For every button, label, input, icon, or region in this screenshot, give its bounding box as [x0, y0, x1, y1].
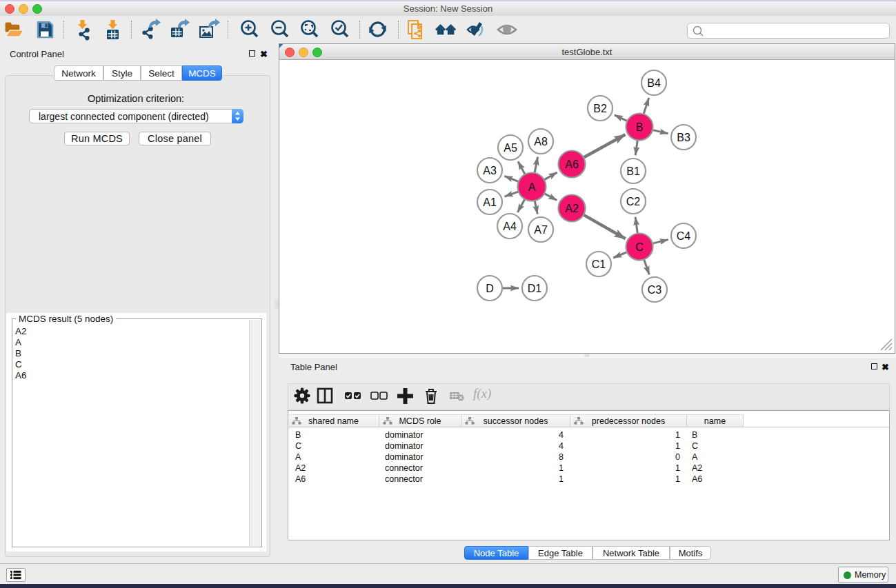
svg-text:A3: A3: [483, 165, 497, 176]
svg-text:A1: A1: [483, 196, 497, 208]
svg-text:B: B: [636, 121, 644, 133]
svg-text:A8: A8: [534, 136, 548, 148]
svg-text:C1: C1: [592, 258, 606, 270]
svg-text:A: A: [528, 181, 536, 193]
svg-text:B1: B1: [626, 165, 640, 177]
svg-text:D1: D1: [528, 283, 542, 294]
svg-text:C4: C4: [677, 230, 691, 242]
svg-text:B3: B3: [677, 132, 690, 143]
svg-text:A6: A6: [565, 159, 579, 170]
svg-text:B2: B2: [593, 103, 607, 114]
svg-text:A2: A2: [565, 203, 579, 214]
svg-text:B4: B4: [647, 77, 661, 89]
svg-text:A5: A5: [504, 142, 517, 154]
svg-text:A4: A4: [503, 221, 517, 232]
svg-text:C: C: [635, 241, 644, 253]
svg-text:C3: C3: [648, 284, 662, 296]
svg-text:A7: A7: [534, 224, 548, 236]
svg-text:D: D: [486, 283, 494, 294]
svg-text:C2: C2: [626, 196, 641, 207]
